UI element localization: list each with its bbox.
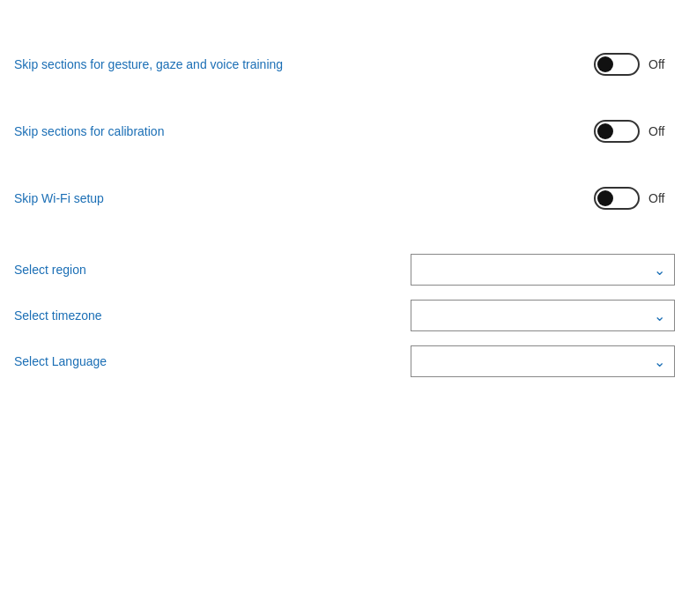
setting-label-calibration: Skip sections for calibration [14, 124, 164, 138]
toggle-knob-gesture-training [597, 56, 613, 72]
dropdown-arrow-region: ⌄ [654, 262, 665, 278]
toggle-status-wifi-setup: Off [648, 191, 675, 205]
toggle-group-calibration: Off [594, 120, 675, 143]
dropdown-label-region: Select region [14, 263, 86, 277]
toggle-status-gesture-training: Off [648, 57, 675, 71]
dropdown-row-region: Select region⌄ [14, 254, 675, 286]
toggle-group-wifi-setup: Off [594, 187, 675, 210]
toggle-knob-calibration [597, 123, 613, 139]
toggle-wifi-setup[interactable] [594, 187, 640, 210]
toggle-knob-wifi-setup [597, 190, 613, 206]
toggle-gesture-training[interactable] [594, 53, 640, 76]
dropdown-arrow-timezone: ⌄ [654, 308, 665, 324]
setting-label-wifi-setup: Skip Wi-Fi setup [14, 191, 104, 205]
dropdown-row-timezone: Select timezone⌄ [14, 300, 675, 331]
dropdown-row-language: Select Language⌄ [14, 345, 675, 377]
toggle-status-calibration: Off [648, 124, 675, 138]
toggle-group-gesture-training: Off [594, 53, 675, 76]
dropdown-control-region[interactable]: ⌄ [411, 254, 675, 286]
dropdown-label-language: Select Language [14, 354, 107, 368]
setting-label-gesture-training: Skip sections for gesture, gaze and voic… [14, 57, 283, 71]
setting-row-calibration: Skip sections for calibrationOff [14, 120, 675, 143]
setting-row-wifi-setup: Skip Wi-Fi setupOff [14, 187, 675, 210]
dropdown-arrow-language: ⌄ [654, 353, 665, 370]
setting-row-gesture-training: Skip sections for gesture, gaze and voic… [14, 53, 675, 76]
dropdown-control-language[interactable]: ⌄ [411, 345, 675, 377]
dropdown-label-timezone: Select timezone [14, 308, 102, 323]
toggle-calibration[interactable] [594, 120, 640, 143]
dropdown-control-timezone[interactable]: ⌄ [411, 300, 675, 331]
